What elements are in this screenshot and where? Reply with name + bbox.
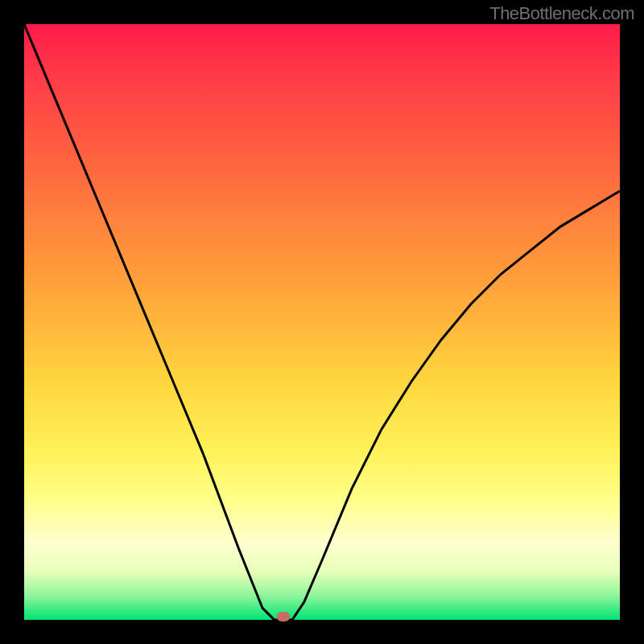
watermark-text: TheBottleneck.com <box>489 3 634 24</box>
chart-frame: TheBottleneck.com <box>0 0 644 644</box>
curve-svg <box>24 24 620 620</box>
bottleneck-curve-path <box>24 24 620 620</box>
plot-area <box>24 24 620 620</box>
minimum-marker <box>277 612 290 621</box>
